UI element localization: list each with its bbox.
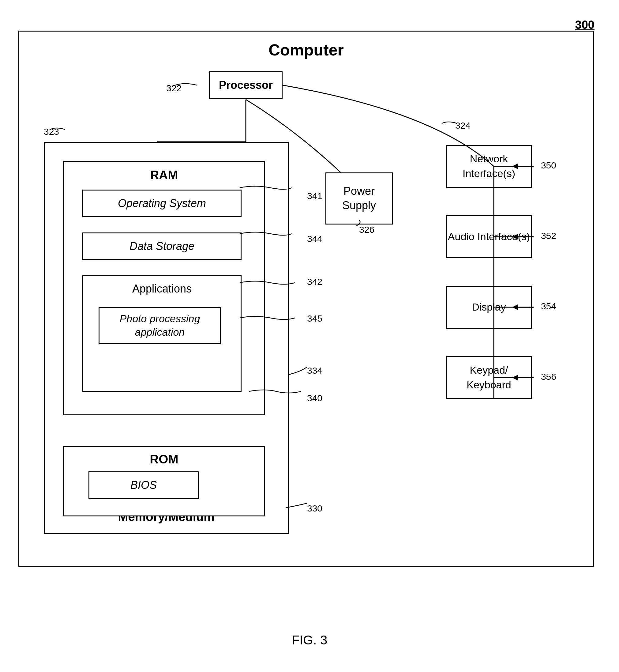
ref-330-label: 330 [307, 503, 322, 514]
keypad-box: Keypad/ Keyboard [446, 356, 532, 399]
computer-title: Computer [269, 41, 344, 59]
computer-box: Computer Processor 322 323 324 Memory/Me… [18, 30, 594, 567]
ref-323-label: 323 [44, 126, 59, 137]
rom-title: ROM [150, 452, 178, 466]
ref-326-label: 326 [359, 225, 374, 235]
rom-box: ROM BIOS [63, 446, 265, 516]
memory-medium-box: Memory/Medium RAM Operating System Data … [44, 142, 289, 534]
ref-344-label: 344 [307, 234, 322, 244]
bios-box: BIOS [88, 471, 199, 499]
ref-345-label: 345 [307, 313, 322, 324]
ref-350-label: 350 [541, 160, 556, 171]
ram-title: RAM [150, 168, 178, 182]
applications-title: Applications [132, 283, 192, 295]
ref-322-label: 322 [166, 83, 182, 94]
network-interface-box: Network Interface(s) [446, 145, 532, 188]
applications-box: Applications Photo processing applicatio… [82, 276, 242, 392]
ref-334-label: 334 [307, 365, 322, 376]
processor-box: Processor [209, 71, 283, 99]
ref-300-label: 300 [575, 18, 595, 32]
ref-352-label: 352 [541, 231, 556, 241]
photo-app-box: Photo processing application [98, 307, 221, 344]
power-supply-box: Power Supply [326, 173, 393, 225]
ref-340-label: 340 [307, 393, 322, 404]
ref-356-label: 356 [541, 372, 556, 382]
audio-interface-box: Audio Interface(s) [446, 215, 532, 258]
ref-341-label: 341 [307, 191, 322, 201]
data-storage-box: Data Storage [82, 233, 242, 260]
ref-324-label: 324 [455, 120, 471, 131]
os-box: Operating System [82, 190, 242, 217]
ref-342-label: 342 [307, 277, 322, 287]
ref-354-label: 354 [541, 301, 556, 311]
fig-label: FIG. 3 [292, 633, 328, 648]
ram-box: RAM Operating System Data Storage Applic… [63, 161, 265, 415]
display-box: Display [446, 286, 532, 329]
